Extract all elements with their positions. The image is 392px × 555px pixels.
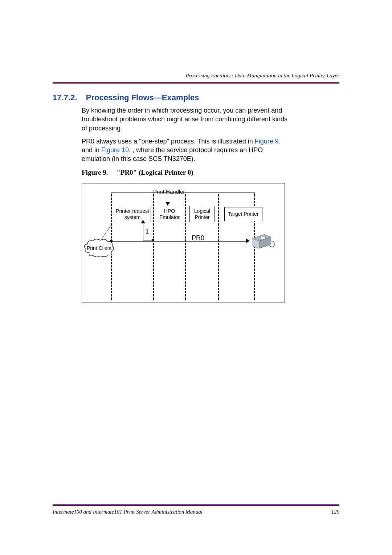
logical-printer-text: Logical Printer [194, 208, 210, 220]
figure-10-link[interactable]: Figure 10. [101, 146, 131, 154]
figure-caption: Figure 9. "PR0" (Logical Printer 0) [82, 169, 289, 177]
footer-rule [53, 504, 339, 506]
figure-diagram: Print Handler Printer request system HPO… [82, 183, 285, 303]
logical-printer-box: Logical Printer [189, 206, 215, 223]
pr0-label: PR0 [192, 234, 204, 242]
step1-arrow-icon [141, 220, 145, 223]
arrow-down-icon [166, 202, 170, 206]
target-printer-box: Target Printer [224, 207, 262, 221]
pr0-arrow-icon [246, 239, 250, 243]
target-printer-text: Target Printer [228, 211, 258, 217]
print-handler-label: Print Handler [153, 189, 185, 195]
hpo-emulator-box: HPO Emulator [157, 206, 182, 223]
step1-label: 1 [146, 228, 149, 235]
pr0-start-node [110, 240, 113, 242]
figure-9-link[interactable]: Figure 9. [255, 138, 281, 145]
section-heading: 17.7.2. Processing Flows—Examples [53, 93, 339, 102]
pr0-path [111, 241, 248, 242]
footer-manual-title: Intermate100 and Intermate101 Print Serv… [53, 509, 203, 515]
p2-part-b: and in [82, 146, 101, 154]
paragraph-1: By knowing the order in which processing… [82, 106, 289, 133]
page-footer: Intermate100 and Intermate101 Print Serv… [53, 504, 339, 515]
svg-line-4 [102, 225, 111, 239]
printer-request-system-text: Printer request system [116, 208, 149, 220]
p2-part-a: PR0 always uses a "one-step" process. Th… [82, 138, 255, 145]
rail-4 [218, 194, 219, 300]
running-head: Processing Facilities: Data Manipulation… [53, 73, 339, 79]
printer-icon [248, 231, 275, 249]
rail-3 [185, 194, 186, 300]
hpo-emulator-text: HPO Emulator [159, 208, 180, 220]
header-rule [53, 82, 339, 84]
body-block: By knowing the order in which processing… [82, 106, 289, 303]
print-client-label: Print Client [87, 245, 111, 251]
section-number: 17.7.2. [53, 93, 77, 102]
figure-caption-label: Figure 9. [82, 169, 108, 176]
step1-hline [143, 240, 153, 240]
footer-page-number: 129 [331, 509, 340, 515]
printer-request-system-box: Printer request system [114, 206, 151, 223]
svg-rect-3 [260, 236, 265, 239]
paragraph-2: PR0 always uses a "one-step" process. Th… [82, 137, 289, 163]
print-client-cloud: Print Client [83, 238, 115, 258]
figure-caption-title: "PR0" (Logical Printer 0) [117, 169, 193, 176]
section-title: Processing Flows—Examples [86, 93, 199, 102]
rail-2 [153, 194, 154, 300]
